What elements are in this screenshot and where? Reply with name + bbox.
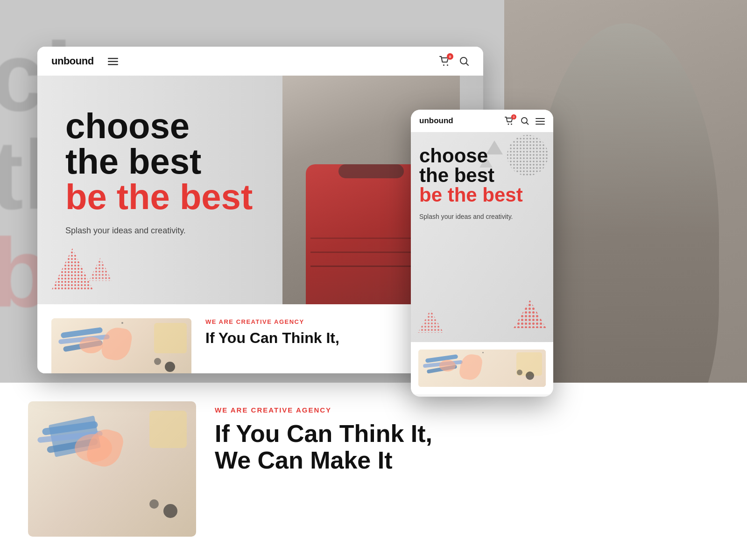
bg-agency-label: WE ARE CREATIVE AGENCY: [215, 406, 719, 414]
desktop-hero-text: choose the best be the best Splash your …: [65, 108, 253, 236]
mobile-red-dots-left: [418, 309, 444, 333]
mobile-search-button[interactable]: [521, 117, 529, 126]
svg-rect-25: [514, 300, 546, 328]
mobile-logo: unbound: [419, 116, 453, 126]
svg-rect-13: [89, 258, 112, 281]
desktop-cart-badge: 0: [447, 53, 453, 60]
desktop-hero-subtitle: Splash your ideas and creativity.: [65, 226, 253, 236]
desktop-hero-line3: be the best: [65, 179, 253, 215]
svg-rect-28: [418, 309, 444, 333]
bg-bottom-section: WE ARE CREATIVE AGENCY WE ARE CREATIVE A…: [0, 383, 747, 560]
svg-rect-18: [536, 121, 545, 122]
mobile-hero-line1: choose: [419, 146, 545, 166]
mobile-header-right: 0: [505, 117, 545, 126]
svg-rect-2: [108, 64, 118, 65]
red-dot-triangle-left: [51, 248, 93, 290]
mobile-header: unbound 0: [411, 110, 553, 132]
desktop-logo: unbound: [51, 55, 94, 67]
svg-rect-0: [108, 58, 118, 59]
mobile-artwork-thumb: [418, 350, 546, 387]
mobile-cart-button[interactable]: 0: [505, 117, 514, 126]
mobile-bottom-section: [411, 342, 553, 394]
mobile-cart-badge: 0: [511, 114, 516, 119]
desktop-search-button[interactable]: [459, 56, 469, 66]
svg-point-3: [443, 64, 444, 66]
mobile-hero-subtitle: Splash your ideas and creativity.: [419, 212, 545, 222]
search-icon: [459, 56, 469, 66]
mobile-hero-line3: be the best: [419, 185, 545, 205]
desktop-header: unbound 0: [37, 47, 483, 76]
svg-rect-17: [536, 118, 545, 119]
bg-artwork-thumb: [28, 401, 196, 537]
mobile-menu-icon: [536, 118, 545, 125]
svg-rect-1: [108, 61, 118, 63]
desktop-artwork-thumb: [51, 318, 191, 373]
desktop-menu-icon[interactable]: [108, 56, 118, 67]
svg-point-15: [511, 124, 512, 125]
desktop-header-left: unbound: [51, 55, 118, 67]
desktop-cart-button[interactable]: 0: [439, 56, 451, 66]
desktop-hero-line2: the best: [65, 144, 253, 179]
svg-rect-10: [51, 248, 93, 290]
mobile-hero: choose the best be the best Splash your …: [411, 132, 553, 342]
desktop-hero-line1: choose: [65, 108, 253, 144]
mobile-hero-line2: the best: [419, 166, 545, 185]
red-dot-group: [89, 258, 112, 281]
svg-point-14: [508, 124, 509, 125]
svg-point-4: [447, 64, 448, 66]
mobile-red-dots-right: [514, 300, 546, 328]
desktop-header-right: 0: [439, 56, 469, 66]
bg-bottom-content: WE ARE CREATIVE AGENCY WE ARE CREATIVE A…: [215, 401, 719, 541]
mobile-menu-button[interactable]: [536, 117, 545, 125]
mobile-mockup: unbound 0: [411, 110, 553, 397]
svg-rect-19: [536, 124, 545, 125]
mobile-hero-text: choose the best be the best Splash your …: [419, 146, 545, 222]
mobile-search-icon: [521, 117, 529, 125]
bg-agency-heading: WE ARE CREATIVE AGENCY If You Can Think …: [215, 420, 719, 474]
